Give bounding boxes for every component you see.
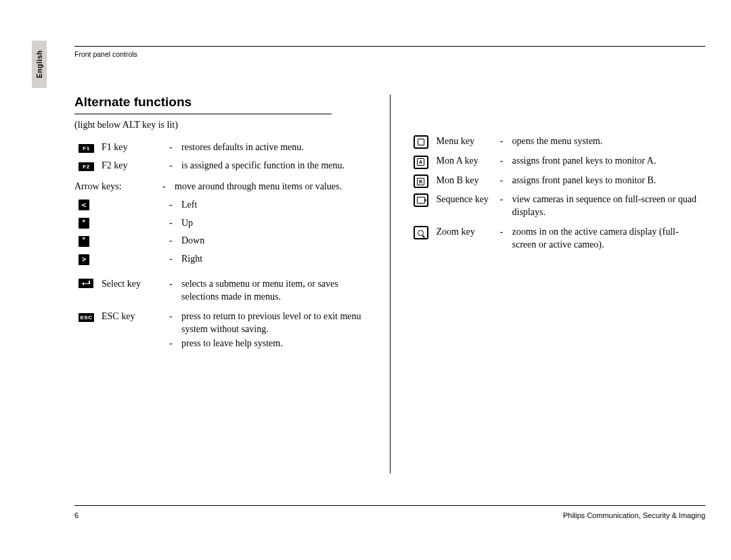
- menu-desc: opens the menu system.: [512, 135, 706, 148]
- row-esc: ESC ESC key - press to return to previou…: [74, 310, 371, 350]
- row-mon-a: A Mon A key - assigns front panel keys t…: [409, 155, 706, 169]
- row-sequence: Sequence key - view cameras in sequence …: [409, 193, 706, 219]
- f1-desc: restores defaults in active menu.: [181, 141, 371, 154]
- section-title: Alternate functions: [74, 95, 332, 114]
- row-right: > - Right: [74, 253, 371, 266]
- sequence-name: Sequence key: [430, 193, 500, 206]
- sequence-key-icon: [414, 193, 428, 207]
- select-name: Select key: [95, 278, 169, 291]
- arrow-up-icon: ˄: [79, 218, 89, 229]
- row-zoom: Zoom key - zooms in on the active camera…: [409, 226, 706, 252]
- mon-a-desc: assigns front panel keys to monitor A.: [512, 155, 706, 168]
- menu-key-icon: [414, 135, 428, 149]
- page: English Front panel controls Alternate f…: [0, 0, 731, 560]
- footer-rule: [74, 505, 705, 506]
- f2-key-icon: F2: [79, 162, 94, 171]
- footer-text: Philips Communication, Security & Imagin…: [563, 511, 705, 519]
- esc-key-icon: ESC: [79, 313, 94, 322]
- arrow-keys-desc: move around through menu items or values…: [175, 181, 371, 193]
- mon-b-key-icon: B: [414, 174, 428, 188]
- esc-desc-1: press to return to previous level or to …: [181, 310, 371, 336]
- breadcrumb: Front panel controls: [74, 50, 137, 58]
- content-columns: Alternate functions (light below ALT key…: [54, 95, 705, 473]
- esc-name: ESC key: [95, 310, 169, 323]
- column-left: Alternate functions (light below ALT key…: [54, 95, 390, 473]
- select-desc: selects a submenu or menu item, or saves…: [181, 278, 371, 304]
- arrow-up-desc: Up: [181, 217, 371, 230]
- arrow-keys-name: Arrow keys:: [74, 181, 162, 193]
- zoom-name: Zoom key: [430, 226, 500, 239]
- menu-name: Menu key: [430, 135, 500, 148]
- row-select: Select key - selects a submenu or menu i…: [74, 278, 371, 304]
- zoom-key-icon: [414, 226, 428, 239]
- row-f2: F2 F2 key - is assigned a specific funct…: [74, 160, 371, 172]
- row-up: ˄ - Up: [74, 217, 371, 230]
- arrow-left-icon: <: [79, 200, 89, 210]
- f2-desc: is assigned a specific function in the m…: [181, 160, 371, 172]
- row-down: ˅ - Down: [74, 235, 371, 248]
- arrow-down-desc: Down: [181, 235, 371, 248]
- row-left: < - Left: [74, 199, 371, 212]
- arrow-left-desc: Left: [181, 199, 371, 212]
- arrow-down-icon: ˅: [79, 236, 89, 247]
- mon-a-name: Mon A key: [430, 155, 500, 168]
- language-tab: English: [32, 41, 47, 88]
- sequence-desc: view cameras in sequence on full-screen …: [512, 193, 706, 219]
- mon-b-desc: assigns front panel keys to monitor B.: [512, 174, 706, 187]
- f1-key-icon: F1: [79, 144, 94, 153]
- enter-key-icon: [79, 279, 93, 288]
- mon-b-name: Mon B key: [430, 174, 500, 187]
- esc-desc-2: press to leave help system.: [181, 337, 371, 350]
- row-menu: Menu key - opens the menu system.: [409, 135, 706, 149]
- arrow-right-icon: >: [79, 254, 89, 265]
- section-subtitle: (light below ALT key is lit): [74, 120, 371, 131]
- mon-a-key-icon: A: [414, 156, 428, 169]
- zoom-desc: zooms in on the active camera display (f…: [512, 226, 706, 252]
- arrow-right-desc: Right: [181, 253, 371, 266]
- row-arrow-header: Arrow keys: - move around through menu i…: [74, 181, 371, 193]
- f2-name: F2 key: [95, 160, 169, 172]
- column-right: Menu key - opens the menu system. A Mon …: [391, 95, 706, 473]
- header-rule: [74, 46, 705, 47]
- row-mon-b: B Mon B key - assigns front panel keys t…: [409, 174, 706, 189]
- page-number: 6: [74, 511, 79, 519]
- f1-name: F1 key: [95, 141, 169, 154]
- row-f1: F1 F1 key - restores defaults in active …: [74, 141, 371, 154]
- language-tab-label: English: [35, 50, 43, 78]
